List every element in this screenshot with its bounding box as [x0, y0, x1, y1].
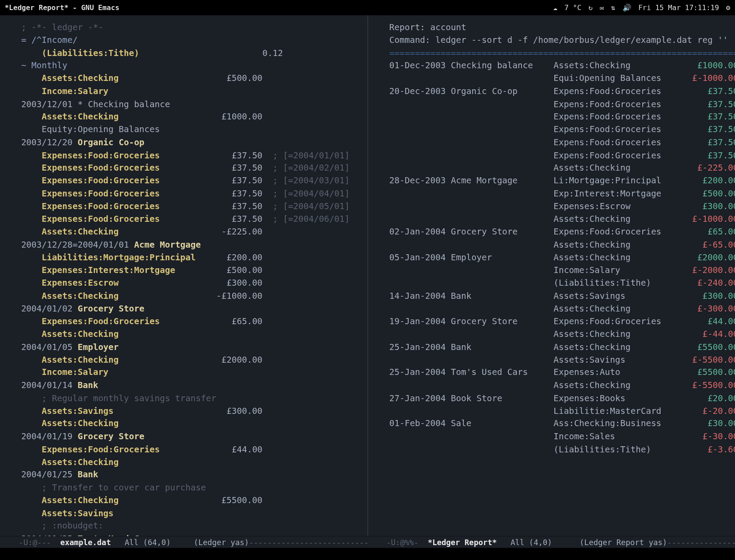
- ledger-line[interactable]: Assets:Checking -£225.00: [21, 226, 361, 238]
- ledger-line[interactable]: 2003/12/20 Organic Co-op: [21, 136, 361, 149]
- ledger-line[interactable]: Expenses:Food:Groceries £37.50 ; [=2004/…: [21, 162, 361, 175]
- ledger-line[interactable]: Assets:Checking £2000.00: [21, 354, 361, 366]
- right-report-pane[interactable]: Report: accountCommand: ledger --sort d …: [368, 15, 735, 536]
- report-line: 01-Feb-2004 Sale Ass:Checking:Business £…: [389, 418, 729, 430]
- report-line: Liabilitie:MasterCard £-20.00 £-240.00: [389, 405, 729, 417]
- window-title: *Ledger Report* - GNU Emacs: [5, 4, 119, 12]
- report-line: 27-Jan-2004 Book Store Expenses:Books £2…: [389, 392, 729, 405]
- ledger-line[interactable]: = /^Income/: [21, 34, 361, 47]
- ledger-line[interactable]: Equity:Opening Balances: [21, 123, 361, 136]
- report-line: 14-Jan-2004 Bank Assets:Savings £300.00 …: [389, 290, 729, 302]
- clock-text: Fri 15 Mar 17:11:19: [638, 4, 719, 12]
- report-line: Expens:Food:Groceries £37.50 £187.50: [389, 136, 729, 149]
- ledger-line[interactable]: Expenses:Food:Groceries £37.50 ; [=2004/…: [21, 175, 361, 187]
- ledger-line[interactable]: Income:Salary: [21, 85, 361, 98]
- ledger-line[interactable]: Expenses:Food:Groceries £37.50 ; [=2004/…: [21, 187, 361, 200]
- report-line: Income:Salary £-2000.00 0: [389, 264, 729, 277]
- ledger-line[interactable]: Assets:Checking £500.00: [21, 72, 361, 85]
- ledger-line[interactable]: Assets:Checking: [21, 328, 361, 341]
- report-line: 20-Dec-2003 Organic Co-op Expens:Food:Gr…: [389, 85, 729, 98]
- ledger-line[interactable]: 2004/01/02 Grocery Store: [21, 302, 361, 315]
- report-line: ========================================…: [389, 47, 729, 60]
- ledger-line[interactable]: 2003/12/28=2004/01/01 Acme Mortgage: [21, 238, 361, 251]
- ledger-line[interactable]: ~ Monthly: [21, 60, 361, 72]
- report-line: Assets:Checking £-65.00 0: [389, 238, 729, 251]
- ledger-line[interactable]: (Liabilities:Tithe) 0.12: [21, 47, 361, 60]
- ledger-line[interactable]: Liabilities:Mortgage:Principal £200.00: [21, 252, 361, 264]
- modeline-left: -U:@--- example.dat All (64,0) (Ledger y…: [0, 536, 368, 548]
- modeline-right: -U:@%%- *Ledger Report* All (4,0) (Ledge…: [368, 536, 735, 548]
- ledger-line[interactable]: 2004/01/25 Tom's Used Cars: [21, 533, 361, 536]
- ledger-line[interactable]: 2003/12/01 * Checking balance: [21, 98, 361, 111]
- report-line: Assets:Checking £-225.00 0: [389, 162, 729, 175]
- ledger-line[interactable]: Expenses:Interest:Mortgage £500.00: [21, 264, 361, 277]
- report-line: (Liabilities:Tithe) £-3.60 £-243.60: [389, 443, 729, 456]
- report-line: Expens:Food:Groceries £37.50 £75.00: [389, 98, 729, 111]
- ledger-line[interactable]: Expenses:Food:Groceries £65.00: [21, 315, 361, 328]
- report-line: 19-Jan-2004 Grocery Store Expens:Food:Gr…: [389, 315, 729, 328]
- ledger-line[interactable]: Expenses:Food:Groceries £37.50 ; [=2004/…: [21, 149, 361, 162]
- network-icon[interactable]: ⇅: [611, 4, 616, 12]
- report-line: 25-Jan-2004 Bank Assets:Checking £5500.0…: [389, 341, 729, 354]
- ledger-line[interactable]: Expenses:Escrow £300.00: [21, 277, 361, 290]
- report-line: Income:Sales £-30.00 £-240.00: [389, 430, 729, 443]
- window-titlebar: *Ledger Report* - GNU Emacs ☁ 7 °C ↻ ✉ ⇅…: [0, 0, 735, 15]
- ledger-line[interactable]: ; Transfer to cover car purchase: [21, 482, 361, 494]
- ledger-line[interactable]: Assets:Savings: [21, 507, 361, 520]
- ledger-line[interactable]: Assets:Checking £5500.00: [21, 494, 361, 507]
- volume-icon[interactable]: 🔊: [623, 4, 631, 12]
- ledger-line[interactable]: Expenses:Food:Groceries £37.50 ; [=2004/…: [21, 200, 361, 213]
- mail-icon[interactable]: ✉: [600, 4, 604, 12]
- report-line: Assets:Checking £-5500.00 £-240.00: [389, 379, 729, 392]
- report-line: Assets:Checking £-44.00 £-240.00: [389, 328, 729, 341]
- report-line: Expens:Food:Groceries £37.50 £112.50: [389, 111, 729, 123]
- weather-text: 7 °C: [564, 4, 581, 12]
- report-line: 25-Jan-2004 Tom's Used Cars Expenses:Aut…: [389, 367, 729, 379]
- ledger-line[interactable]: Expenses:Food:Groceries £37.50 ; [=2004/…: [21, 213, 361, 226]
- report-line: Report: account: [389, 21, 729, 34]
- report-line: 28-Dec-2003 Acme Mortgage Li:Mortgage:Pr…: [389, 175, 729, 187]
- ledger-line[interactable]: 2004/01/19 Grocery Store: [21, 430, 361, 443]
- gear-icon[interactable]: ⚙: [726, 4, 731, 12]
- ledger-line[interactable]: Assets:Savings £300.00: [21, 405, 361, 417]
- weather-icon: ☁: [553, 4, 557, 12]
- system-tray: ☁ 7 °C ↻ ✉ ⇅ 🔊 Fri 15 Mar 17:11:19 ⚙: [553, 4, 730, 12]
- ledger-line[interactable]: 2004/01/05 Employer: [21, 341, 361, 354]
- report-line: Expenses:Escrow £300.00 £1000.00: [389, 200, 729, 213]
- left-editor-pane[interactable]: ; -*- ledger -*-= /^Income/ (Liabilities…: [0, 15, 368, 536]
- ledger-line[interactable]: Income:Salary: [21, 367, 361, 379]
- ledger-line[interactable]: Assets:Checking £1000.00: [21, 111, 361, 123]
- report-line: (Liabilities:Tithe) £-240.00 £-240.00: [389, 277, 729, 290]
- report-line: Command: ledger --sort d -f /home/borbus…: [389, 34, 729, 47]
- report-line: Equi:Opening Balances £-1000.00 0: [389, 72, 729, 85]
- report-line: 02-Jan-2004 Grocery Store Expens:Food:Gr…: [389, 226, 729, 238]
- ledger-line[interactable]: 2004/01/14 Bank: [21, 379, 361, 392]
- report-line: Assets:Savings £-5500.00 £-240.00: [389, 354, 729, 366]
- ledger-line[interactable]: ; Regular monthly savings transfer: [21, 392, 361, 405]
- report-line: Expens:Food:Groceries £37.50 £150.00: [389, 123, 729, 136]
- ledger-line[interactable]: ; :nobudget:: [21, 520, 361, 532]
- ledger-line[interactable]: Assets:Checking: [21, 418, 361, 430]
- ledger-line[interactable]: 2004/01/25 Bank: [21, 469, 361, 482]
- report-line: Expens:Food:Groceries £37.50 £225.00: [389, 149, 729, 162]
- report-line: 05-Jan-2004 Employer Assets:Checking £20…: [389, 252, 729, 264]
- report-line: Exp:Interest:Mortgage £500.00 £700.00: [389, 187, 729, 200]
- refresh-icon[interactable]: ↻: [588, 4, 593, 12]
- report-line: Assets:Checking £-300.00 £-240.00: [389, 302, 729, 315]
- ledger-line[interactable]: Expenses:Food:Groceries £44.00: [21, 443, 361, 456]
- report-line: Assets:Checking £-1000.00 0: [389, 213, 729, 226]
- report-line: 01-Dec-2003 Checking balance Assets:Chec…: [389, 60, 729, 72]
- ledger-line[interactable]: ; -*- ledger -*-: [21, 21, 361, 34]
- ledger-line[interactable]: Assets:Checking -£1000.00: [21, 290, 361, 302]
- minibuffer[interactable]: [0, 548, 735, 560]
- modeline-area: -U:@--- example.dat All (64,0) (Ledger y…: [0, 536, 735, 560]
- ledger-line[interactable]: Assets:Checking: [21, 456, 361, 469]
